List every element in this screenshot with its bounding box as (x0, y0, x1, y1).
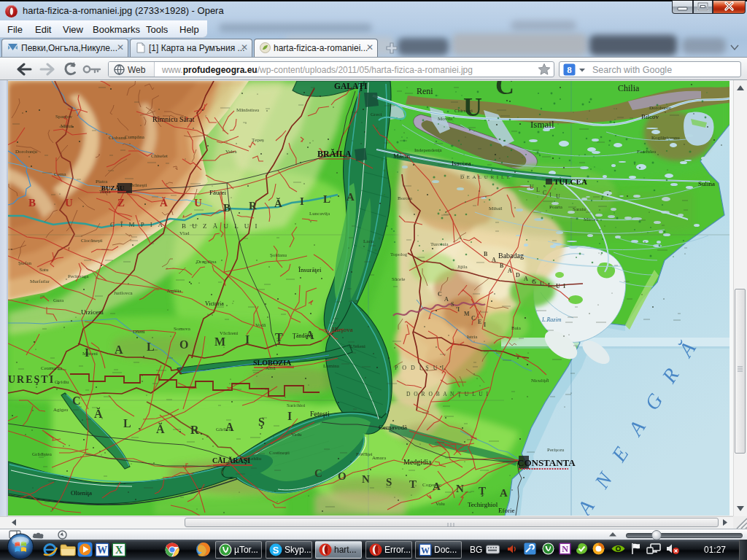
svg-text:A: A (524, 276, 528, 282)
svg-text:Jijila: Jijila (457, 264, 468, 270)
svg-text:Ciobanu: Ciobanu (109, 135, 126, 141)
svg-text:C: C (314, 467, 322, 479)
svg-text:I: I (300, 195, 304, 207)
svg-text:Tuzla: Tuzla (99, 189, 112, 195)
svg-text:B: B (28, 197, 36, 209)
svg-text:Reni: Reni (417, 86, 433, 96)
svg-text:N: N (362, 473, 370, 485)
svg-text:L: L (323, 193, 330, 205)
svg-text:L.Razim: L.Razim (541, 316, 562, 323)
svg-text:Independenţa: Independenţa (414, 147, 443, 153)
svg-text:Baia: Baia (511, 325, 522, 331)
svg-text:Dorobanţu: Dorobanţu (649, 105, 671, 111)
svg-text:D: D (516, 272, 520, 279)
svg-text:M: M (214, 335, 225, 348)
svg-text:TULCEA: TULCEA (554, 177, 587, 186)
svg-text:BRĂILA: BRĂILA (317, 149, 352, 159)
svg-text:CĂLĂRAŞI: CĂLĂRAŞI (212, 456, 250, 464)
svg-text:A: A (347, 191, 355, 203)
svg-text:Ciocăneşti: Ciocăneşti (81, 238, 103, 244)
svg-text:Mihail: Mihail (489, 206, 503, 211)
svg-text:Grădiştea: Grădiştea (32, 451, 53, 457)
svg-text:Cumpăna: Cumpăna (125, 134, 145, 140)
svg-text:Somova: Somova (174, 326, 191, 332)
svg-text:U: U (540, 281, 544, 287)
svg-text:Murfatlar: Murfatlar (30, 279, 50, 284)
svg-text:Chirnogi: Chirnogi (454, 108, 473, 114)
svg-text:GALAŢI: GALAŢI (334, 82, 368, 91)
svg-text:U: U (556, 283, 560, 289)
svg-text:Albă: Albă (266, 365, 276, 371)
svg-text:C: C (438, 291, 442, 298)
svg-text:Vadu: Vadu (291, 432, 302, 438)
svg-text:U: U (530, 184, 534, 190)
svg-text:Gârliciu: Gârliciu (216, 427, 233, 432)
svg-text:Mitreni: Mitreni (82, 351, 98, 357)
svg-text:Feteşti: Feteşti (310, 410, 330, 418)
svg-text:D O R O B A N Ţ U L U I: D O R O B A N Ţ U L U I (406, 391, 489, 397)
svg-text:Luncaviţa: Luncaviţa (309, 211, 330, 217)
svg-text:B: B (500, 262, 504, 269)
svg-text:N: N (456, 483, 464, 494)
svg-text:Ă: Ă (94, 407, 103, 420)
svg-text:Saraiu: Saraiu (573, 206, 586, 212)
svg-text:Urziceni: Urziceni (81, 308, 104, 316)
svg-text:Dragalina: Dragalina (196, 259, 217, 265)
svg-text:Gura: Gura (53, 298, 64, 303)
svg-text:Frecăţei: Frecăţei (356, 451, 373, 457)
svg-text:O: O (338, 470, 347, 482)
svg-text:A: A (492, 257, 496, 263)
svg-text:A: A (500, 487, 508, 499)
svg-text:Valea: Valea (225, 149, 237, 155)
svg-text:Lumina: Lumina (323, 363, 340, 369)
svg-text:U: U (194, 197, 202, 209)
svg-text:Poarta: Poarta (549, 204, 563, 210)
svg-text:Ţepeş: Ţepeş (252, 137, 264, 143)
svg-text:Ovidiu: Ovidiu (55, 379, 69, 385)
svg-text:Ştefan: Ştefan (18, 260, 31, 266)
svg-text:Dăeni: Dăeni (133, 329, 145, 335)
svg-text:Brăneşti: Brăneşti (130, 182, 147, 188)
svg-text:Chiselet: Chiselet (151, 153, 168, 159)
svg-text:L: L (123, 417, 131, 429)
svg-text:Borcea: Borcea (398, 195, 413, 201)
svg-text:Mircea: Mircea (584, 217, 599, 222)
svg-text:Însurăţei: Însurăţei (298, 266, 322, 273)
svg-text:Valu: Valu (436, 501, 445, 507)
svg-text:Kogălniceanu: Kogălniceanu (651, 135, 680, 141)
svg-text:Niculiţel: Niculiţel (531, 378, 549, 384)
svg-text:Amara: Amara (372, 455, 387, 461)
svg-text:Măcin: Măcin (393, 152, 410, 160)
svg-text:Jurilovca: Jurilovca (114, 290, 133, 296)
svg-text:Medgidia: Medgidia (403, 458, 432, 466)
svg-text:Cogealac: Cogealac (422, 482, 441, 488)
svg-text:P O D I Ş U L: P O D I Ş U L (395, 365, 446, 371)
svg-text:G: G (532, 279, 536, 285)
svg-text:U: U (65, 197, 73, 209)
svg-text:L: L (147, 341, 155, 353)
svg-text:Piatra: Piatra (96, 179, 108, 184)
svg-text:Dorobanţu: Dorobanţu (15, 149, 37, 155)
svg-text:Ă: Ă (156, 422, 165, 435)
svg-text:Rîmnicu Sărat: Rîmnicu Sărat (152, 115, 195, 123)
svg-text:Babadag: Babadag (498, 252, 524, 260)
svg-text:S: S (273, 545, 279, 556)
svg-text:Topolog: Topolog (390, 252, 408, 257)
svg-text:A: A (115, 343, 123, 356)
svg-text:Istria: Istria (467, 334, 478, 340)
svg-text:Agigea: Agigea (53, 407, 69, 413)
svg-text:X: X (115, 545, 123, 556)
svg-text:Vodă: Vodă (255, 322, 266, 328)
svg-text:UREŞTI: UREŞTI (8, 374, 55, 385)
svg-text:Mihai: Mihai (61, 123, 73, 129)
svg-text:W: W (421, 545, 430, 556)
svg-text:Jegălia: Jegălia (167, 288, 182, 294)
svg-text:B: B (223, 202, 231, 214)
svg-text:B U Z Ă U L U I: B U Z Ă U L U I (182, 222, 259, 230)
svg-text:Ă: Ă (160, 197, 168, 209)
svg-text:I: I (457, 306, 460, 313)
svg-text:Săcele: Săcele (392, 276, 405, 282)
svg-text:Şoldanu: Şoldanu (270, 252, 287, 258)
svg-text:A: A (444, 296, 449, 303)
svg-text:R: R (190, 424, 199, 436)
